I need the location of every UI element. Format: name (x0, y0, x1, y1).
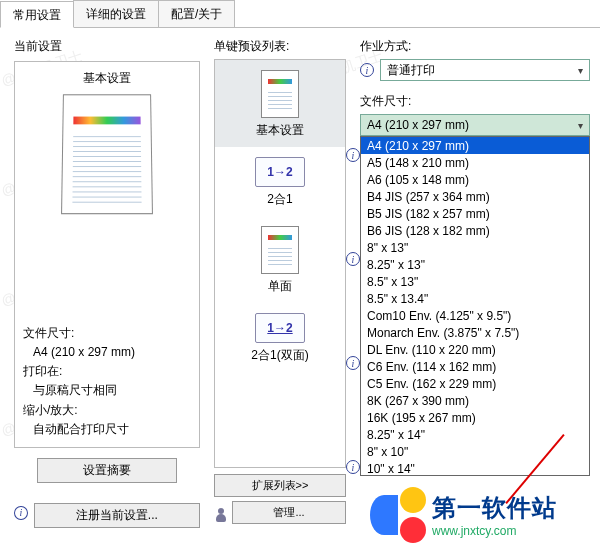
preset-2in1-icon: 1→2 (255, 157, 305, 187)
preset-label: 基本设置 (219, 122, 341, 139)
preset-panel: 单键预设列表: 基本设置 1→2 2合1 单面 1→2 2合1(双面) 扩展列表… (210, 28, 350, 528)
doc-size-label: 文件尺寸: (23, 324, 191, 343)
docsize-option[interactable]: C6 Env. (114 x 162 mm) (361, 358, 589, 375)
zoom-label: 缩小/放大: (23, 401, 191, 420)
docsize-option[interactable]: A6 (105 x 148 mm) (361, 171, 589, 188)
docsize-option[interactable]: DL Env. (110 x 220 mm) (361, 341, 589, 358)
logo-title: 第一软件站 (432, 492, 557, 524)
preset-item-basic[interactable]: 基本设置 (215, 60, 345, 147)
zoom-value: 自动配合打印尺寸 (23, 420, 191, 439)
docsize-option[interactable]: 8" x 13" (361, 239, 589, 256)
right-panel: 作业方式: i 普通打印 ▾ 文件尺寸: A4 (210 x 297 mm) ▾… (350, 28, 600, 528)
logo-url: www.jnxtcy.com (432, 524, 557, 538)
docsize-option[interactable]: 8.25" x 13" (361, 256, 589, 273)
preset-basic-icon (261, 70, 299, 118)
print-on-label: 打印在: (23, 362, 191, 381)
register-settings-button[interactable]: 注册当前设置... (34, 503, 200, 528)
preset-item-single[interactable]: 单面 (215, 216, 345, 303)
tab-detail[interactable]: 详细的设置 (73, 0, 159, 27)
preset-label: 2合1 (219, 191, 341, 208)
document-preview-icon (61, 94, 153, 214)
logo-icon (370, 487, 426, 543)
print-on-value: 与原稿尺寸相同 (23, 381, 191, 400)
docsize-option[interactable]: Monarch Env. (3.875" x 7.5") (361, 324, 589, 341)
preview-box: 基本设置 文件尺寸: A4 (210 x 297 mm) 打印在: 与原稿尺寸相… (14, 61, 200, 448)
preset-single-icon (261, 226, 299, 274)
doc-size-value: A4 (210 x 297 mm) (23, 343, 191, 362)
preset-label: 单面 (219, 278, 341, 295)
docsize-option[interactable]: Com10 Env. (4.125" x 9.5") (361, 307, 589, 324)
workmode-select[interactable]: 普通打印 ▾ (380, 59, 590, 81)
expand-list-button[interactable]: 扩展列表>> (214, 474, 346, 497)
tab-bar: 常用设置 详细的设置 配置/关于 (0, 0, 600, 28)
docsize-option[interactable]: 8.5" x 13.4" (361, 290, 589, 307)
chevron-down-icon: ▾ (578, 120, 583, 131)
info-icon[interactable]: i (346, 460, 360, 474)
docsize-option[interactable]: B5 JIS (182 x 257 mm) (361, 205, 589, 222)
left-panel: 当前设置 基本设置 文件尺寸: A4 (210 x 297 mm) 打印在: 与… (0, 28, 210, 528)
preset-list: 基本设置 1→2 2合1 单面 1→2 2合1(双面) (214, 59, 346, 468)
docsize-option[interactable]: C5 Env. (162 x 229 mm) (361, 375, 589, 392)
docsize-dropdown: A4 (210 x 297 mm) A5 (148 x 210 mm) A6 (… (360, 136, 590, 476)
preset-label: 2合1(双面) (219, 347, 341, 364)
docsize-option[interactable]: B4 JIS (257 x 364 mm) (361, 188, 589, 205)
docsize-option[interactable]: 16K (195 x 267 mm) (361, 409, 589, 426)
settings-summary-button[interactable]: 设置摘要 (37, 458, 177, 483)
info-icon[interactable]: i (346, 252, 360, 266)
settings-info: 文件尺寸: A4 (210 x 297 mm) 打印在: 与原稿尺寸相同 缩小/… (23, 324, 191, 439)
manage-button[interactable]: 管理... (232, 501, 346, 524)
info-icon[interactable]: i (360, 63, 374, 77)
docsize-option[interactable]: 10" x 14" (361, 460, 589, 476)
tab-config[interactable]: 配置/关于 (158, 0, 235, 27)
basic-settings-label: 基本设置 (23, 70, 191, 87)
logo-overlay: 第一软件站 www.jnxtcy.com (370, 475, 600, 555)
info-icon[interactable]: i (346, 356, 360, 370)
docsize-option[interactable]: 8.5" x 13" (361, 273, 589, 290)
docsize-label: 文件尺寸: (360, 93, 590, 110)
person-icon (214, 508, 228, 522)
info-icon[interactable]: i (14, 506, 28, 520)
docsize-option[interactable]: A5 (148 x 210 mm) (361, 154, 589, 171)
docsize-option[interactable]: B6 JIS (128 x 182 mm) (361, 222, 589, 239)
info-icon[interactable]: i (346, 148, 360, 162)
current-settings-label: 当前设置 (14, 38, 200, 55)
chevron-down-icon: ▾ (578, 65, 583, 76)
workmode-label: 作业方式: (360, 38, 590, 55)
docsize-option[interactable]: 8K (267 x 390 mm) (361, 392, 589, 409)
docsize-value: A4 (210 x 297 mm) (367, 118, 469, 132)
workmode-value: 普通打印 (387, 62, 435, 79)
tab-common[interactable]: 常用设置 (0, 1, 74, 28)
docsize-select[interactable]: A4 (210 x 297 mm) ▾ (360, 114, 590, 136)
preset-2in1-duplex-icon: 1→2 (255, 313, 305, 343)
info-icon-column: i i i i (346, 148, 360, 474)
preset-item-2in1[interactable]: 1→2 2合1 (215, 147, 345, 216)
preset-item-2in1-duplex[interactable]: 1→2 2合1(双面) (215, 303, 345, 372)
docsize-option[interactable]: A4 (210 x 297 mm) (361, 137, 589, 154)
preset-list-label: 单键预设列表: (214, 38, 346, 55)
docsize-option[interactable]: 8.25" x 14" (361, 426, 589, 443)
